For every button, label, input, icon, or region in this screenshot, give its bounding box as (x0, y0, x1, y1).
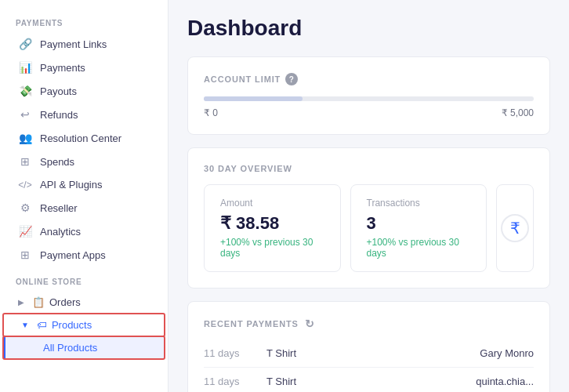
transactions-metric: Transactions 3 +100% vs previous 30 days (350, 184, 487, 272)
page-title: Dashboard (187, 16, 550, 41)
payment-apps-icon: ⊞ (18, 249, 32, 261)
recent-payments-header: RECENT PAYMENTS ↻ (204, 318, 534, 330)
sidebar-item-orders[interactable]: ▶ 📋 Orders (0, 291, 168, 314)
orders-expand-arrow: ▶ (18, 298, 24, 307)
sidebar-item-label: Reseller (40, 202, 78, 214)
payment-row: 11 days T Shirt Gary Monro (204, 339, 534, 368)
sidebar-item-analytics[interactable]: 📈 Analytics (0, 220, 168, 243)
refunds-icon: ↩ (18, 108, 32, 121)
reseller-icon: ⚙ (18, 201, 32, 214)
payouts-icon: 💸 (18, 85, 32, 97)
payments-section-label: PAYMENTS (0, 8, 168, 32)
amount-value: ₹ 38.58 (220, 213, 324, 234)
sidebar-item-label: Spends (40, 156, 74, 168)
payment-days-1: 11 days (204, 347, 251, 359)
sidebar-item-label: Resolution Center (40, 132, 121, 144)
progress-max-label: ₹ 5,000 (502, 107, 534, 118)
sidebar-item-payments[interactable]: 📊 Payments (0, 56, 168, 79)
online-store-section-label: ONLINE STORE (0, 267, 168, 291)
payment-row: 11 days T Shirt quinta.chia... (204, 368, 534, 392)
sidebar-item-api-plugins[interactable]: </> API & Plugins (0, 173, 168, 196)
rupee-card: ₹ (496, 184, 534, 272)
sidebar-item-payment-links[interactable]: 🔗 Payment Links (0, 32, 168, 56)
overview-card: 30 DAY OVERVIEW Amount ₹ 38.58 +100% vs … (187, 147, 550, 289)
progress-min-label: ₹ 0 (204, 107, 218, 118)
sidebar-item-label: Payment Links (40, 38, 107, 50)
analytics-icon: 📈 (18, 225, 32, 238)
overview-label: 30 DAY OVERVIEW (204, 164, 534, 173)
resolution-center-icon: 👥 (18, 132, 32, 144)
rupee-icon: ₹ (501, 214, 529, 242)
transactions-change: +100% vs previous 30 days (367, 237, 471, 259)
payment-name-2: quinta.chia... (476, 376, 534, 387)
payments-icon: 📊 (18, 61, 32, 74)
sidebar-item-payouts[interactable]: 💸 Payouts (0, 79, 168, 103)
sidebar-item-label: Products (52, 319, 92, 331)
sidebar-item-label: Payouts (40, 85, 77, 97)
refresh-icon[interactable]: ↻ (305, 318, 315, 330)
spends-icon: ⊞ (18, 155, 32, 168)
sidebar-item-label: API & Plugins (40, 179, 103, 191)
transactions-value: 3 (367, 213, 471, 234)
payment-name-1: Gary Monro (480, 347, 534, 359)
sidebar-item-label: Payment Apps (40, 249, 106, 261)
sidebar-item-refunds[interactable]: ↩ Refunds (0, 103, 168, 126)
payment-product-2: T Shirt (266, 376, 460, 387)
transactions-label: Transactions (367, 198, 471, 209)
products-expand-arrow: ▼ (21, 321, 29, 329)
payment-links-icon: 🔗 (18, 38, 32, 50)
sidebar-item-label: Orders (49, 296, 81, 308)
amount-change: +100% vs previous 30 days (220, 237, 324, 259)
progress-labels: ₹ 0 ₹ 5,000 (204, 107, 534, 118)
recent-payments-card: RECENT PAYMENTS ↻ 11 days T Shirt Gary M… (187, 301, 550, 392)
sidebar-item-products[interactable]: ▼ 🏷 Products (3, 314, 165, 336)
sidebar-item-label: Payments (40, 62, 85, 74)
payment-days-2: 11 days (204, 376, 251, 387)
main-content: Dashboard Account Limit ? ₹ 0 ₹ 5,000 30… (169, 0, 569, 392)
sidebar-item-label: Analytics (40, 226, 81, 238)
sidebar-subitem-all-products[interactable]: All Products (3, 336, 165, 359)
metrics-wrapper: Amount ₹ 38.58 +100% vs previous 30 days… (204, 184, 534, 272)
payment-product-1: T Shirt (266, 347, 464, 359)
amount-label: Amount (220, 198, 324, 209)
sidebar-item-label: Refunds (40, 109, 78, 121)
sidebar-item-spends[interactable]: ⊞ Spends (0, 150, 168, 173)
account-limit-card: Account Limit ? ₹ 0 ₹ 5,000 (187, 56, 550, 135)
help-icon[interactable]: ? (285, 73, 298, 85)
sidebar-item-reseller[interactable]: ⚙ Reseller (0, 196, 168, 220)
sidebar: PAYMENTS 🔗 Payment Links 📊 Payments 💸 Pa… (0, 0, 169, 392)
sidebar-item-payment-apps[interactable]: ⊞ Payment Apps (0, 243, 168, 267)
api-plugins-icon: </> (18, 180, 32, 191)
sidebar-item-resolution-center[interactable]: 👥 Resolution Center (0, 126, 168, 150)
products-icon: 🏷 (37, 319, 47, 331)
all-products-label: All Products (43, 342, 97, 354)
amount-metric: Amount ₹ 38.58 +100% vs previous 30 days (204, 184, 341, 272)
account-limit-progress-fill (204, 96, 303, 101)
account-limit-title: Account Limit ? (204, 73, 534, 85)
orders-icon: 📋 (32, 296, 45, 308)
recent-payments-label: RECENT PAYMENTS (204, 319, 299, 328)
account-limit-progress-bar (204, 96, 534, 101)
